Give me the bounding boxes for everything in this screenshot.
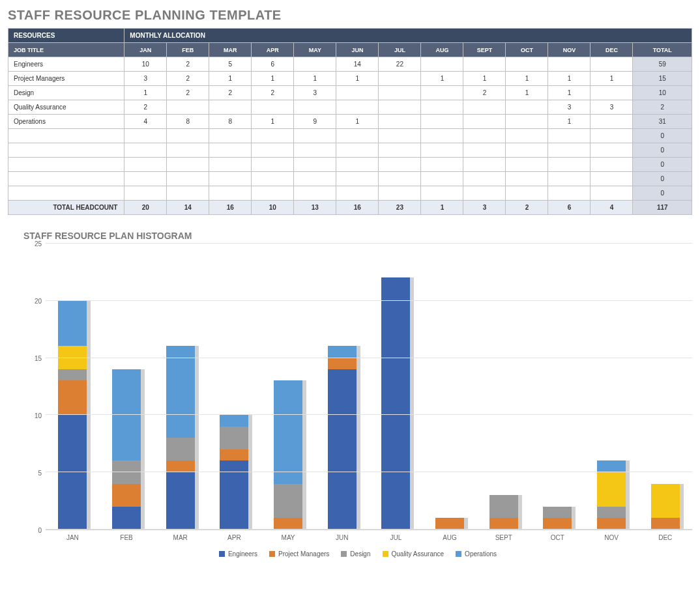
alloc-cell: 2 (252, 86, 294, 100)
alloc-cell (548, 143, 591, 158)
legend-item: Design (341, 550, 370, 558)
row-total-cell: 0 (633, 143, 692, 158)
alloc-cell (167, 100, 209, 115)
hdr-month: APR (252, 43, 294, 57)
alloc-cell (124, 158, 167, 172)
row-total-cell: 59 (633, 57, 692, 72)
alloc-cell (421, 143, 463, 158)
alloc-cell (379, 143, 421, 158)
bar-segment (58, 369, 87, 381)
alloc-cell (463, 186, 506, 201)
alloc-cell (336, 86, 379, 100)
alloc-cell: 3 (124, 72, 167, 86)
alloc-cell: 2 (124, 100, 167, 115)
footer-val: 10 (252, 201, 294, 215)
footer-label: TOTAL HEADCOUNT (8, 201, 124, 215)
plot-area (46, 244, 692, 530)
legend-label: Engineers (228, 550, 257, 558)
alloc-cell (379, 129, 421, 143)
alloc-cell (506, 57, 548, 72)
x-tick: JAN (46, 530, 100, 541)
bar-stack (489, 495, 518, 530)
bar-stack (112, 369, 141, 530)
hdr-month: SEPT (463, 43, 506, 57)
alloc-cell (379, 172, 421, 186)
alloc-cell (548, 129, 591, 143)
alloc-cell (124, 129, 167, 143)
hdr-jobtitle: JOB TITLE (8, 43, 124, 57)
alloc-cell (591, 186, 633, 201)
alloc-cell: 8 (209, 115, 252, 129)
alloc-cell (421, 158, 463, 172)
x-tick: JUL (369, 530, 423, 541)
alloc-cell (506, 129, 548, 143)
legend-swatch (383, 551, 388, 557)
footer-row: TOTAL HEADCOUNT 20 14 16 10 13 16 23 1 3… (8, 201, 692, 215)
alloc-cell (379, 100, 421, 115)
alloc-cell (506, 115, 548, 129)
row-total-cell: 15 (633, 72, 692, 86)
table-row: Operations488191131 (8, 115, 692, 129)
alloc-cell (421, 57, 463, 72)
alloc-cell: 1 (548, 115, 591, 129)
job-title-cell (8, 129, 124, 143)
alloc-cell: 1 (548, 72, 591, 86)
alloc-cell: 2 (167, 72, 209, 86)
alloc-cell (294, 158, 336, 172)
bar-stack (166, 346, 195, 530)
y-tick: 25 (35, 240, 42, 248)
alloc-cell (591, 172, 633, 186)
legend-swatch (219, 551, 225, 557)
alloc-cell (336, 172, 379, 186)
bar-segment (651, 484, 680, 518)
alloc-cell (463, 158, 506, 172)
allocation-table: RESOURCES MONTHLY ALLOCATION JOB TITLE J… (8, 28, 692, 215)
legend-item: Engineers (219, 550, 257, 558)
bar-segment (166, 346, 195, 438)
chart-title: STAFF RESOURCE PLAN HISTOGRAM (23, 231, 692, 241)
hdr-month: JUN (336, 43, 379, 57)
bar-segment (166, 460, 195, 472)
alloc-cell (167, 158, 209, 172)
chart: 0510152025 JANFEBMARAPRMAYJUNJULAUGSEPTO… (8, 244, 692, 558)
bar-segment (381, 277, 410, 530)
bar-stack (651, 484, 680, 530)
alloc-cell (209, 172, 252, 186)
alloc-cell (463, 57, 506, 72)
legend-label: Quality Assurance (392, 550, 445, 558)
alloc-cell (421, 172, 463, 186)
bar-segment (597, 472, 626, 507)
bar-segment (58, 380, 87, 415)
alloc-cell (379, 86, 421, 100)
bar-segment (220, 415, 248, 427)
job-title-cell (8, 143, 124, 158)
bar-segment (220, 449, 248, 461)
alloc-cell: 22 (379, 57, 421, 72)
hdr-month: FEB (167, 43, 209, 57)
footer-val: 6 (548, 201, 591, 215)
alloc-cell: 2 (463, 86, 506, 100)
bar-segment (112, 484, 141, 507)
alloc-cell (591, 57, 633, 72)
alloc-cell: 1 (506, 86, 548, 100)
row-total-cell: 31 (633, 115, 692, 129)
alloc-cell (252, 100, 294, 115)
row-total-cell: 2 (633, 100, 692, 115)
alloc-cell (167, 129, 209, 143)
bar-segment (166, 438, 195, 460)
row-total-cell: 0 (633, 186, 692, 201)
alloc-cell (463, 143, 506, 158)
alloc-cell: 6 (252, 57, 294, 72)
bar-column (261, 380, 315, 530)
table-row: 0 (8, 129, 692, 143)
hdr-month: OCT (506, 43, 548, 57)
alloc-cell (252, 158, 294, 172)
x-tick: FEB (100, 530, 154, 541)
hdr-resources: RESOURCES (8, 29, 124, 43)
x-tick: MAY (261, 530, 315, 541)
x-axis: JANFEBMARAPRMAYJUNJULAUGSEPTOCTNOVDEC (46, 530, 692, 541)
legend-label: Project Managers (278, 550, 329, 558)
alloc-cell (209, 143, 252, 158)
y-tick: 0 (38, 527, 42, 534)
footer-val: 16 (209, 201, 252, 215)
